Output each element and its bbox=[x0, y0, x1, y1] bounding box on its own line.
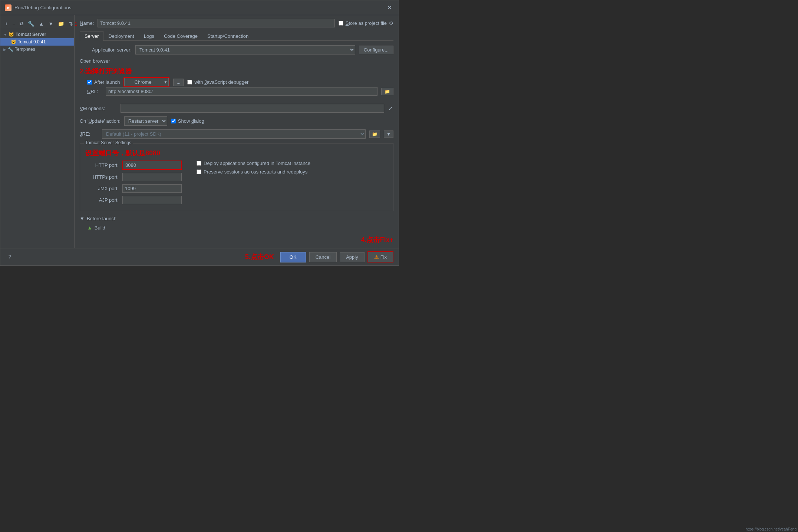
before-launch-title[interactable]: ▼ Before launch bbox=[80, 216, 393, 221]
tree-arrow-templates-icon: ▶ bbox=[3, 47, 6, 52]
js-debugger-label[interactable]: with JavaScript debugger bbox=[187, 79, 248, 85]
tab-deployment[interactable]: Deployment bbox=[103, 31, 139, 41]
templates-label: Templates bbox=[15, 47, 35, 52]
after-launch-checkbox[interactable] bbox=[87, 80, 92, 85]
step2-annotation: 2.选择打开浏览器 bbox=[80, 67, 393, 76]
before-launch-arrow-icon: ▼ bbox=[80, 216, 85, 221]
sidebar-toolbar: + − ⧉ 🔧 ▲ ▼ 📁 ⇅ bbox=[0, 18, 74, 29]
http-port-input[interactable] bbox=[122, 161, 182, 170]
tomcat-server-label: Tomcat Server bbox=[16, 32, 46, 37]
app-icon: ▶ bbox=[5, 4, 11, 11]
url-folder-button[interactable]: 📁 bbox=[381, 88, 393, 95]
cancel-button[interactable]: Cancel bbox=[309, 252, 337, 262]
on-update-select[interactable]: Restart server Redeploy bbox=[124, 116, 167, 126]
jre-folder-button[interactable]: 📁 bbox=[369, 130, 380, 138]
tab-logs-label: Logs bbox=[144, 33, 154, 39]
js-debugger-checkbox[interactable] bbox=[187, 80, 192, 85]
sort-button[interactable]: ⇅ bbox=[67, 20, 75, 27]
tomcat-settings-group: Tomcat Server Settings 设置端口号，默认是8080 HTT… bbox=[80, 143, 393, 211]
before-launch-label: Before launch bbox=[87, 216, 116, 221]
add-config-button[interactable]: + bbox=[3, 20, 9, 27]
expand-icon[interactable]: ⤢ bbox=[388, 105, 393, 112]
show-dialog-text: Show dialog bbox=[178, 118, 204, 124]
footer-right: 5.点击OK OK Cancel Apply ⚠ Fix bbox=[245, 251, 393, 262]
vm-options-row: VM options: ⤢ bbox=[80, 104, 393, 113]
jmx-port-label: JMX port: bbox=[85, 186, 119, 191]
jmx-port-input[interactable] bbox=[122, 184, 182, 193]
open-browser-title: Open browser bbox=[80, 58, 393, 64]
https-port-row: HTTPs port: bbox=[85, 173, 182, 181]
tomcat-icon: 🐱 bbox=[9, 32, 14, 37]
step1-marker: 1 bbox=[75, 21, 77, 27]
preserve-check-text: Preserve sessions across restarts and re… bbox=[204, 169, 307, 175]
browser-ellipsis-button[interactable]: ... bbox=[173, 79, 184, 86]
jre-row: JRE: Default (11 - project SDK) 📁 ▼ bbox=[80, 129, 393, 139]
ok-button[interactable]: OK bbox=[280, 252, 306, 262]
url-row: URL: 📁 bbox=[80, 87, 393, 96]
deploy-check-text: Deploy applications configured in Tomcat… bbox=[204, 161, 310, 166]
ajp-port-input[interactable] bbox=[122, 196, 182, 204]
jre-label: JRE: bbox=[80, 131, 98, 137]
tab-startup[interactable]: Startup/Connection bbox=[202, 31, 253, 41]
top-row: Name: Store as project file ⚙ bbox=[80, 19, 393, 27]
tab-code-coverage[interactable]: Code Coverage bbox=[159, 31, 202, 41]
before-launch-section: ▼ Before launch ▲ Build bbox=[80, 216, 393, 232]
preserve-check[interactable] bbox=[197, 169, 201, 174]
deploy-check-label[interactable]: Deploy applications configured in Tomcat… bbox=[197, 161, 310, 166]
app-server-select[interactable]: Tomcat 9.0.41 bbox=[135, 45, 355, 54]
settings-button[interactable]: 🔧 bbox=[26, 20, 36, 27]
apply-button[interactable]: Apply bbox=[340, 252, 365, 262]
https-port-label: HTTPs port: bbox=[85, 174, 119, 180]
url-input[interactable] bbox=[106, 87, 377, 96]
browser-select[interactable]: Chrome Firefox Edge bbox=[124, 78, 169, 86]
after-launch-text: After launch bbox=[94, 79, 120, 85]
run-debug-dialog: ▶ Run/Debug Configurations ✕ + − ⧉ 🔧 ▲ ▼… bbox=[0, 0, 399, 266]
deploy-check[interactable] bbox=[197, 161, 201, 166]
after-launch-label[interactable]: After launch bbox=[87, 79, 120, 85]
js-debugger-text: with JavaScript debugger bbox=[194, 79, 248, 85]
name-input[interactable] bbox=[98, 19, 334, 27]
ports-left: HTTP port: HTTPs port: JMX port: AJ bbox=[85, 161, 182, 207]
show-dialog-checkbox[interactable] bbox=[171, 119, 176, 123]
remove-config-button[interactable]: − bbox=[11, 20, 17, 27]
build-item: ▲ Build bbox=[80, 224, 393, 232]
tab-server[interactable]: Server bbox=[80, 31, 103, 41]
tomcat-instance-icon: 🐱 bbox=[11, 39, 16, 44]
gear-icon[interactable]: ⚙ bbox=[389, 20, 393, 26]
tomcat-settings-title: Tomcat Server Settings bbox=[84, 140, 133, 145]
close-button[interactable]: ✕ bbox=[385, 3, 394, 12]
ajp-port-row: AJP port: bbox=[85, 196, 182, 204]
dialog-footer: ? 5.点击OK OK Cancel Apply ⚠ Fix bbox=[0, 248, 399, 265]
url-label: URL: bbox=[87, 89, 102, 94]
configure-button[interactable]: Configure... bbox=[359, 46, 393, 54]
open-browser-section: Open browser 2.选择打开浏览器 After launch 🌐 Ch… bbox=[80, 58, 393, 99]
jre-arrow-button[interactable]: ▼ bbox=[384, 130, 393, 138]
preserve-check-row: Preserve sessions across restarts and re… bbox=[189, 169, 310, 175]
tab-code-coverage-label: Code Coverage bbox=[164, 33, 198, 39]
store-project-checkbox[interactable] bbox=[339, 21, 343, 26]
store-project-row: Store as project file ⚙ bbox=[339, 20, 393, 26]
fix-button[interactable]: ⚠ Fix bbox=[367, 251, 393, 262]
top-row-left: Name: bbox=[80, 19, 335, 27]
tab-deployment-label: Deployment bbox=[108, 33, 134, 39]
sidebar-item-tomcat-instance[interactable]: 🐱 Tomcat 9.0.41 bbox=[0, 38, 74, 46]
show-dialog-label[interactable]: Show dialog bbox=[171, 118, 204, 124]
build-label: Build bbox=[95, 225, 105, 231]
store-project-label: Store as project file bbox=[346, 20, 387, 26]
folder-button[interactable]: 📁 bbox=[56, 20, 66, 27]
title-bar: ▶ Run/Debug Configurations ✕ bbox=[0, 0, 399, 15]
tabs-container: Server Deployment Logs Code Coverage Sta… bbox=[80, 31, 393, 41]
preserve-check-label[interactable]: Preserve sessions across restarts and re… bbox=[197, 169, 307, 175]
sidebar-item-templates[interactable]: ▶ 🔧 Templates bbox=[0, 46, 74, 53]
https-port-input[interactable] bbox=[122, 173, 182, 181]
help-button[interactable]: ? bbox=[6, 253, 14, 261]
sidebar-item-tomcat-server[interactable]: ▼ 🐱 Tomcat Server bbox=[0, 31, 74, 38]
vm-options-input[interactable] bbox=[121, 104, 384, 113]
main-panel: 1 Name: Store as project file ⚙ bbox=[75, 15, 399, 248]
move-up-button[interactable]: ▲ bbox=[37, 20, 45, 27]
tab-logs[interactable]: Logs bbox=[139, 31, 159, 41]
jre-select[interactable]: Default (11 - project SDK) bbox=[102, 129, 366, 139]
move-down-button[interactable]: ▼ bbox=[47, 20, 55, 27]
copy-config-button[interactable]: ⧉ bbox=[18, 20, 25, 27]
fix-label: Fix bbox=[380, 254, 387, 260]
